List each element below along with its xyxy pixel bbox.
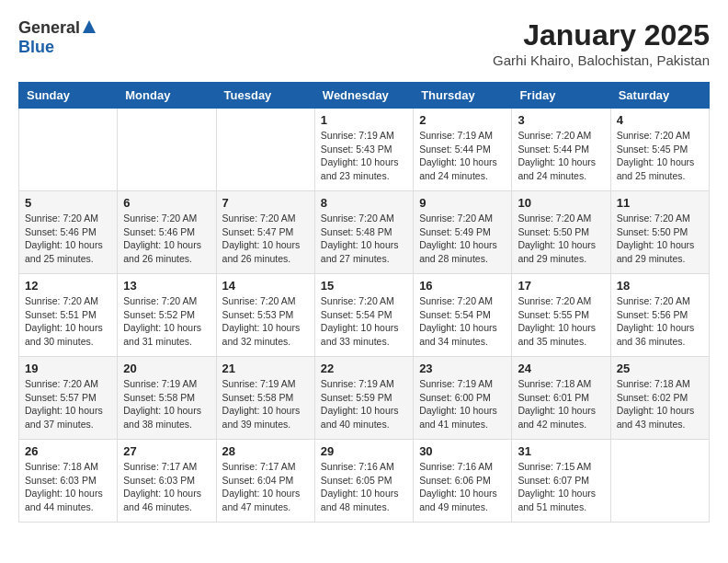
calendar-day-cell: 17 Sunrise: 7:20 AMSunset: 5:55 PMDaylig…: [512, 274, 610, 357]
logo-icon: [83, 20, 96, 33]
day-info: Sunrise: 7:20 AMSunset: 5:45 PMDaylight:…: [617, 130, 695, 181]
calendar-day-cell: 10 Sunrise: 7:20 AMSunset: 5:50 PMDaylig…: [512, 191, 610, 274]
day-number: 20: [123, 362, 210, 375]
calendar-day-cell: 13 Sunrise: 7:20 AMSunset: 5:52 PMDaylig…: [118, 274, 216, 357]
calendar-day-cell: 7 Sunrise: 7:20 AMSunset: 5:47 PMDayligh…: [216, 191, 314, 274]
calendar-day-cell: 21 Sunrise: 7:19 AMSunset: 5:58 PMDaylig…: [216, 357, 314, 440]
day-info: Sunrise: 7:20 AMSunset: 5:48 PMDaylight:…: [321, 213, 399, 264]
calendar-week-row: 26 Sunrise: 7:18 AMSunset: 6:03 PMDaylig…: [19, 440, 710, 523]
calendar-day-cell: 8 Sunrise: 7:20 AMSunset: 5:48 PMDayligh…: [314, 191, 413, 274]
day-info: Sunrise: 7:20 AMSunset: 5:52 PMDaylight:…: [123, 295, 201, 347]
day-number: 11: [617, 196, 703, 210]
day-number: 15: [321, 279, 407, 293]
calendar-day-cell: 30 Sunrise: 7:16 AMSunset: 6:06 PMDaylig…: [414, 440, 512, 523]
day-number: 14: [222, 279, 309, 293]
day-number: 25: [617, 362, 703, 375]
calendar-day-cell: 18 Sunrise: 7:20 AMSunset: 5:56 PMDaylig…: [610, 274, 709, 357]
calendar-day-cell: [216, 109, 314, 191]
calendar-day-cell: 11 Sunrise: 7:20 AMSunset: 5:50 PMDaylig…: [610, 191, 709, 274]
calendar-week-row: 12 Sunrise: 7:20 AMSunset: 5:51 PMDaylig…: [19, 274, 710, 357]
calendar-day-cell: 14 Sunrise: 7:20 AMSunset: 5:53 PMDaylig…: [216, 274, 314, 357]
day-number: 18: [617, 279, 703, 293]
location-text: Garhi Khairo, Balochistan, Pakistan: [493, 52, 710, 68]
calendar-day-cell: [610, 440, 709, 523]
calendar-day-cell: 24 Sunrise: 7:18 AMSunset: 6:01 PMDaylig…: [512, 357, 610, 440]
weekday-header: Wednesday: [314, 83, 413, 109]
calendar-day-cell: 3 Sunrise: 7:20 AMSunset: 5:44 PMDayligh…: [512, 109, 610, 191]
day-number: 9: [419, 196, 506, 210]
day-info: Sunrise: 7:16 AMSunset: 6:06 PMDaylight:…: [419, 461, 497, 512]
day-number: 10: [518, 196, 604, 210]
calendar-day-cell: 29 Sunrise: 7:16 AMSunset: 6:05 PMDaylig…: [314, 440, 413, 523]
calendar-day-cell: 1 Sunrise: 7:19 AMSunset: 5:43 PMDayligh…: [314, 109, 413, 191]
calendar-day-cell: 15 Sunrise: 7:20 AMSunset: 5:54 PMDaylig…: [314, 274, 413, 357]
day-info: Sunrise: 7:20 AMSunset: 5:56 PMDaylight:…: [617, 295, 695, 347]
weekday-header: Monday: [118, 83, 216, 109]
day-info: Sunrise: 7:17 AMSunset: 6:03 PMDaylight:…: [123, 461, 201, 512]
page-header: General Blue January 2025 Garhi Khairo, …: [18, 18, 710, 68]
calendar-day-cell: 22 Sunrise: 7:19 AMSunset: 5:59 PMDaylig…: [314, 357, 413, 440]
day-info: Sunrise: 7:20 AMSunset: 5:49 PMDaylight:…: [419, 213, 497, 264]
calendar-day-cell: 2 Sunrise: 7:19 AMSunset: 5:44 PMDayligh…: [414, 109, 512, 191]
weekday-header: Tuesday: [216, 83, 314, 109]
day-number: 5: [25, 196, 111, 210]
logo: General Blue: [18, 18, 96, 57]
day-info: Sunrise: 7:19 AMSunset: 5:43 PMDaylight:…: [321, 130, 399, 181]
calendar-day-cell: 26 Sunrise: 7:18 AMSunset: 6:03 PMDaylig…: [19, 440, 118, 523]
calendar-day-cell: 27 Sunrise: 7:17 AMSunset: 6:03 PMDaylig…: [118, 440, 216, 523]
day-number: 16: [419, 279, 506, 293]
day-info: Sunrise: 7:17 AMSunset: 6:04 PMDaylight:…: [222, 461, 301, 512]
day-info: Sunrise: 7:19 AMSunset: 5:58 PMDaylight:…: [123, 378, 201, 430]
calendar-day-cell: 5 Sunrise: 7:20 AMSunset: 5:46 PMDayligh…: [19, 191, 118, 274]
calendar-day-cell: 16 Sunrise: 7:20 AMSunset: 5:54 PMDaylig…: [414, 274, 512, 357]
day-info: Sunrise: 7:19 AMSunset: 5:44 PMDaylight:…: [419, 130, 497, 181]
day-info: Sunrise: 7:20 AMSunset: 5:53 PMDaylight:…: [222, 295, 301, 347]
day-info: Sunrise: 7:18 AMSunset: 6:02 PMDaylight:…: [617, 378, 695, 430]
calendar-day-cell: 4 Sunrise: 7:20 AMSunset: 5:45 PMDayligh…: [610, 109, 709, 191]
day-number: 27: [123, 444, 210, 458]
day-info: Sunrise: 7:20 AMSunset: 5:50 PMDaylight:…: [617, 213, 695, 264]
weekday-header: Sunday: [19, 83, 118, 109]
day-info: Sunrise: 7:20 AMSunset: 5:44 PMDaylight:…: [518, 130, 596, 181]
day-number: 22: [321, 362, 407, 375]
day-number: 23: [419, 362, 506, 375]
day-info: Sunrise: 7:20 AMSunset: 5:54 PMDaylight:…: [321, 295, 399, 347]
calendar-week-row: 5 Sunrise: 7:20 AMSunset: 5:46 PMDayligh…: [19, 191, 710, 274]
calendar-day-cell: 20 Sunrise: 7:19 AMSunset: 5:58 PMDaylig…: [118, 357, 216, 440]
weekday-header: Thursday: [414, 83, 512, 109]
day-number: 13: [123, 279, 210, 293]
day-number: 6: [123, 196, 210, 210]
day-number: 7: [222, 196, 309, 210]
day-info: Sunrise: 7:19 AMSunset: 6:00 PMDaylight:…: [419, 378, 497, 430]
calendar-day-cell: 9 Sunrise: 7:20 AMSunset: 5:49 PMDayligh…: [414, 191, 512, 274]
day-number: 4: [617, 113, 703, 127]
day-info: Sunrise: 7:19 AMSunset: 5:59 PMDaylight:…: [321, 378, 399, 430]
day-number: 28: [222, 444, 309, 458]
day-number: 24: [518, 362, 604, 375]
day-info: Sunrise: 7:20 AMSunset: 5:51 PMDaylight:…: [25, 295, 103, 347]
day-number: 19: [25, 362, 111, 375]
day-info: Sunrise: 7:16 AMSunset: 6:05 PMDaylight:…: [321, 461, 399, 512]
calendar-day-cell: [118, 109, 216, 191]
calendar-day-cell: 28 Sunrise: 7:17 AMSunset: 6:04 PMDaylig…: [216, 440, 314, 523]
day-info: Sunrise: 7:19 AMSunset: 5:58 PMDaylight:…: [222, 378, 301, 430]
day-number: 12: [25, 279, 111, 293]
calendar-week-row: 1 Sunrise: 7:19 AMSunset: 5:43 PMDayligh…: [19, 109, 710, 191]
logo-blue-text: Blue: [18, 38, 54, 57]
calendar-day-cell: 19 Sunrise: 7:20 AMSunset: 5:57 PMDaylig…: [19, 357, 118, 440]
day-number: 31: [518, 444, 604, 458]
day-number: 1: [321, 113, 407, 127]
day-number: 8: [321, 196, 407, 210]
calendar-day-cell: 12 Sunrise: 7:20 AMSunset: 5:51 PMDaylig…: [19, 274, 118, 357]
svg-marker-0: [83, 20, 96, 33]
day-number: 21: [222, 362, 309, 375]
day-info: Sunrise: 7:20 AMSunset: 5:57 PMDaylight:…: [25, 378, 103, 430]
day-info: Sunrise: 7:20 AMSunset: 5:47 PMDaylight:…: [222, 213, 301, 264]
calendar-day-cell: 23 Sunrise: 7:19 AMSunset: 6:00 PMDaylig…: [414, 357, 512, 440]
calendar-header-row: SundayMondayTuesdayWednesdayThursdayFrid…: [19, 83, 710, 109]
calendar-day-cell: [19, 109, 118, 191]
day-info: Sunrise: 7:15 AMSunset: 6:07 PMDaylight:…: [518, 461, 596, 512]
day-info: Sunrise: 7:20 AMSunset: 5:50 PMDaylight:…: [518, 213, 596, 264]
day-info: Sunrise: 7:20 AMSunset: 5:54 PMDaylight:…: [419, 295, 497, 347]
day-number: 26: [25, 444, 111, 458]
